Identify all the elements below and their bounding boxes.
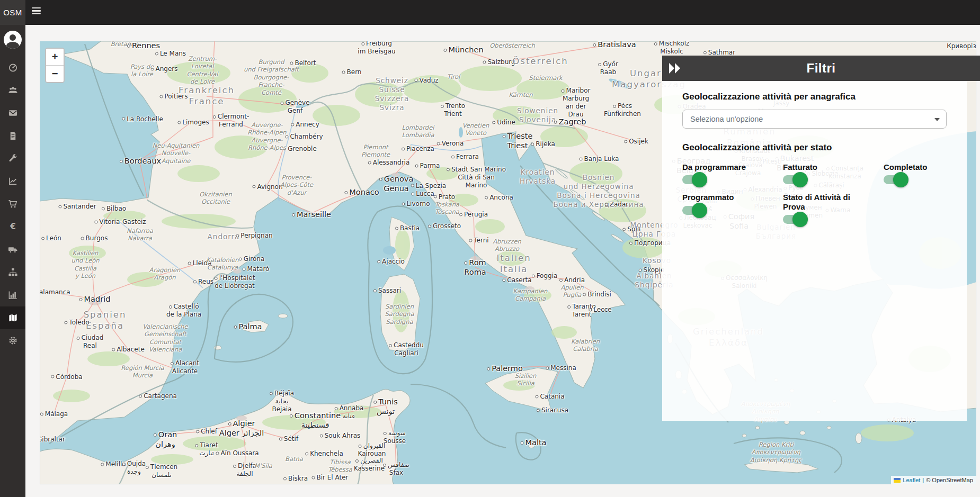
sidebar-item-dashboard[interactable] [0, 56, 25, 79]
city-marker [305, 452, 308, 455]
city-marker [395, 227, 398, 230]
toggle-label: Stato di Attività di Prova [783, 193, 868, 211]
map-label: Pays dela Loire [130, 63, 154, 78]
map-label: Lecce [589, 306, 611, 314]
toggle-switch[interactable] [783, 175, 807, 184]
sidebar-item-cart[interactable] [0, 193, 25, 215]
city-marker [290, 61, 293, 65]
city-marker [485, 196, 488, 199]
map-label: Osijek [624, 138, 648, 146]
toggle-label: Da programmare [682, 162, 767, 171]
map-label: LombardeiLombardia [402, 124, 434, 139]
city-marker [154, 433, 157, 437]
map-label: Chambéry [285, 133, 323, 141]
toggle-group: Programmato [682, 193, 783, 224]
map-label: Annabaعنابة [335, 404, 364, 420]
sidebar-item-truck[interactable] [0, 238, 25, 261]
sidebar-item-euro[interactable] [0, 215, 25, 238]
toggle-switch[interactable] [783, 215, 807, 224]
truck-icon [8, 245, 18, 255]
zoom-in-button[interactable]: + [46, 49, 64, 66]
map-label: Annecy [291, 121, 319, 129]
chart-line-icon [8, 176, 18, 186]
toggle-label: Fatturato [783, 162, 868, 171]
city-marker [177, 121, 181, 124]
city-marker [79, 298, 83, 301]
map-label: CastedduCagliari [389, 341, 424, 357]
city-marker [283, 477, 287, 480]
city-marker [622, 228, 626, 231]
leaflet-link[interactable]: Leaflet [903, 477, 920, 483]
city-marker [359, 445, 362, 448]
document-icon [8, 131, 18, 141]
city-marker [292, 213, 295, 216]
map-label: MischkolzMiskolc [654, 41, 690, 56]
sidebar-item-sitemap[interactable] [0, 261, 25, 284]
map-label: BéjaïaبجايةBejaia [270, 390, 294, 413]
city-marker [562, 89, 565, 93]
hamburger-menu-icon[interactable] [32, 7, 42, 17]
city-marker [216, 451, 219, 455]
sidebar-item-gear[interactable] [0, 329, 25, 352]
map-label: Souk Ahras [320, 432, 361, 440]
map-label: Udine [492, 119, 515, 126]
city-marker [583, 293, 586, 296]
map-label: Banja Luka [580, 155, 619, 163]
toggle-switch[interactable] [682, 175, 707, 184]
city-marker [411, 192, 414, 195]
city-marker [593, 43, 596, 47]
city-marker [411, 184, 414, 187]
city-marker [344, 191, 348, 194]
toggle-switch[interactable] [682, 206, 707, 215]
city-marker [112, 348, 115, 351]
mail-icon [8, 108, 18, 118]
map-label: Región MurciaMurcia [121, 364, 164, 379]
map-label: Santander [58, 203, 96, 211]
city-marker [492, 121, 495, 124]
toggle-group: Completato [884, 162, 968, 184]
city-marker [589, 308, 592, 311]
map-label: Oranوهران [154, 430, 177, 449]
map-label: Poitiers [159, 93, 188, 101]
sidebar-item-chart-bar[interactable] [0, 284, 25, 306]
map-label: Siracusa [537, 406, 568, 414]
map-label: PécsFünfkirchen [604, 102, 641, 118]
map-label: Region KritiΑποκεντρωμένηΔιοίκηση Κρήτης [750, 441, 802, 464]
map-label: Bern [342, 68, 362, 76]
map-label: Avignon [252, 183, 282, 191]
map-label: CiudadReal [77, 334, 104, 350]
map-label: Bordeaux [120, 156, 161, 166]
city-marker [531, 142, 534, 146]
map-label: GenèveGenf [280, 99, 309, 115]
sidebar-item-map[interactable] [0, 306, 25, 329]
city-marker [213, 115, 216, 119]
sidebar-item-wrench[interactable] [0, 147, 25, 170]
map-label: SizilienSicilia [515, 372, 536, 387]
map-label: Málaga [40, 410, 68, 418]
city-marker [373, 289, 377, 292]
map-label: Kastilienund LeónCastillay León [71, 249, 99, 280]
map-label: Österreich [512, 56, 568, 67]
map-label: Lucca [411, 190, 434, 198]
app-logo[interactable]: OSM [0, 0, 25, 25]
map-label: Alessandria [368, 159, 410, 167]
sidebar-item-users[interactable] [0, 79, 25, 102]
toggle-group: Da programmare [682, 162, 783, 184]
map-label: Djelfaالجلفة [233, 462, 256, 478]
toggle-switch[interactable] [884, 175, 908, 184]
zoom-out-button[interactable]: − [46, 66, 64, 82]
city-marker [291, 123, 294, 126]
city-marker [168, 305, 172, 309]
map-label: KampanienCampania [513, 287, 548, 303]
user-avatar[interactable] [4, 31, 22, 49]
map-label: Angers [151, 65, 178, 73]
city-marker [703, 51, 707, 54]
city-marker [546, 366, 549, 369]
sidebar-item-mail[interactable] [0, 102, 25, 124]
anagrafica-select[interactable]: Seleziona un'opzione [682, 110, 947, 129]
city-marker [379, 178, 382, 181]
sidebar-item-chart-line[interactable] [0, 170, 25, 193]
sidebar-item-document[interactable] [0, 124, 25, 147]
map-label: Bosnienund HerzegowinaBosna i Hercegovin… [553, 173, 644, 209]
city-marker [342, 70, 345, 74]
